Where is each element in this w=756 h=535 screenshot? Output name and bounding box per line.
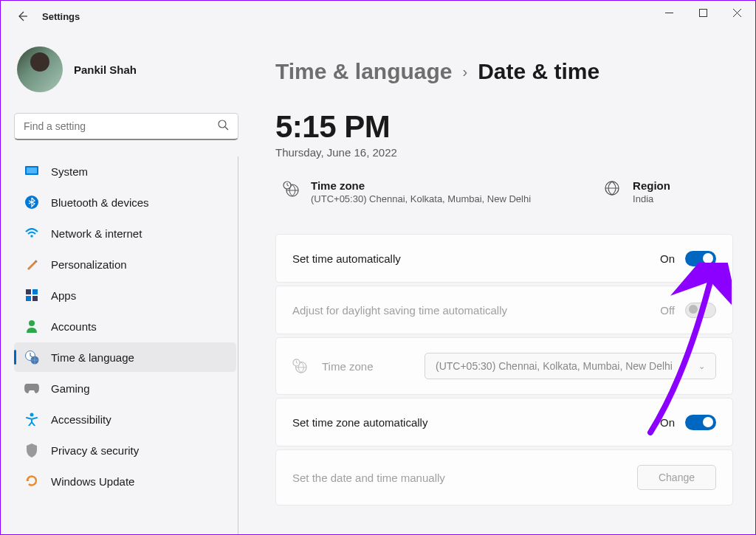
clock-lang-icon <box>24 350 39 365</box>
svg-rect-7 <box>32 289 38 294</box>
card-label: Set time automatically <box>292 252 401 265</box>
nav-item-gaming[interactable]: Gaming <box>14 373 236 403</box>
close-button[interactable] <box>720 1 754 24</box>
nav-item-accessibility[interactable]: Accessibility <box>14 404 236 434</box>
user-name: Pankil Shah <box>74 63 137 76</box>
current-date: Thursday, June 16, 2022 <box>275 146 733 159</box>
nav-label: Privacy & security <box>51 444 139 457</box>
card-set-tz-auto: Set time zone automatically On <box>275 398 733 446</box>
wifi-icon <box>24 226 39 241</box>
nav-item-bluetooth[interactable]: Bluetooth & devices <box>14 187 236 217</box>
nav-label: Gaming <box>51 382 90 395</box>
person-icon <box>24 319 39 334</box>
svg-point-5 <box>30 235 33 238</box>
nav-item-update[interactable]: Windows Update <box>14 466 236 496</box>
search-icon <box>218 120 229 133</box>
back-button[interactable] <box>16 10 29 23</box>
info-timezone: Time zone (UTC+05:30) Chennai, Kolkata, … <box>283 179 531 204</box>
toggle-state-label: On <box>660 252 675 265</box>
nav-label: Network & internet <box>51 227 142 240</box>
nav-item-system[interactable]: System <box>14 156 236 186</box>
avatar <box>17 46 63 92</box>
maximize-button[interactable] <box>686 1 720 24</box>
nav-label: Accessibility <box>51 413 111 426</box>
region-label: Region <box>633 179 670 192</box>
nav-list: System Bluetooth & devices Network & int… <box>14 156 238 534</box>
toggle-set-time-auto[interactable] <box>685 251 716 266</box>
nav-item-time-language[interactable]: Time & language <box>14 342 236 372</box>
toggle-set-tz-auto[interactable] <box>685 415 716 430</box>
search-input[interactable] <box>24 120 218 132</box>
chevron-right-icon: › <box>463 63 468 80</box>
toggle-dst-auto <box>685 303 716 318</box>
shield-icon <box>24 443 39 458</box>
main-content: Time & language › Date & time 5:15 PM Th… <box>252 43 755 534</box>
brush-icon <box>24 257 39 272</box>
globe-icon <box>605 181 621 197</box>
nav-item-network[interactable]: Network & internet <box>14 218 236 248</box>
nav-item-accounts[interactable]: Accounts <box>14 311 236 341</box>
svg-rect-8 <box>26 296 31 301</box>
system-icon <box>24 164 39 179</box>
nav-item-privacy[interactable]: Privacy & security <box>14 435 236 465</box>
nav-item-apps[interactable]: Apps <box>14 280 236 310</box>
gamepad-icon <box>24 381 39 396</box>
svg-rect-0 <box>699 9 707 16</box>
nav-label: Bluetooth & devices <box>51 196 149 209</box>
window-titlebar: Settings <box>1 1 755 24</box>
nav-label: Windows Update <box>51 475 134 488</box>
nav-item-personalization[interactable]: Personalization <box>14 249 236 279</box>
change-button: Change <box>637 465 716 490</box>
card-set-time-auto: Set time automatically On <box>275 234 733 283</box>
svg-point-13 <box>30 413 34 417</box>
svg-point-1 <box>219 120 226 128</box>
breadcrumb-current: Date & time <box>478 59 599 84</box>
card-label: Time zone <box>322 360 373 373</box>
info-row: Time zone (UTC+05:30) Chennai, Kolkata, … <box>275 179 733 204</box>
toggle-state-label: Off <box>660 304 675 317</box>
card-dst-auto: Adjust for daylight saving time automati… <box>275 286 733 334</box>
timezone-value: (UTC+05:30) Chennai, Kolkata, Mumbai, Ne… <box>311 193 531 204</box>
user-profile[interactable]: Pankil Shah <box>14 43 238 113</box>
card-label: Set time zone automatically <box>292 416 427 429</box>
svg-point-10 <box>29 320 35 326</box>
card-label: Set the date and time manually <box>292 472 445 484</box>
globe-clock-icon <box>292 359 307 373</box>
update-icon <box>24 474 39 489</box>
minimize-button[interactable] <box>652 1 686 24</box>
search-box[interactable] <box>14 113 238 140</box>
card-timezone-select: Time zone (UTC+05:30) Chennai, Kolkata, … <box>275 337 733 395</box>
globe-clock-icon <box>283 181 299 197</box>
accessibility-icon <box>24 412 39 427</box>
chevron-down-icon: ⌄ <box>698 362 705 371</box>
timezone-label: Time zone <box>311 179 531 192</box>
info-region: Region India <box>605 179 670 204</box>
svg-rect-6 <box>26 289 31 294</box>
sidebar: Pankil Shah System Bluetooth & devices N… <box>1 43 252 534</box>
breadcrumb: Time & language › Date & time <box>275 59 733 84</box>
bluetooth-icon <box>24 195 39 210</box>
region-value: India <box>633 193 670 204</box>
nav-label: Time & language <box>51 351 134 364</box>
dropdown-value: (UTC+05:30) Chennai, Kolkata, Mumbai, Ne… <box>436 360 673 372</box>
window-title: Settings <box>42 11 80 22</box>
nav-label: System <box>51 165 88 178</box>
breadcrumb-parent[interactable]: Time & language <box>275 59 453 84</box>
card-label: Adjust for daylight saving time automati… <box>292 304 507 317</box>
toggle-state-label: On <box>660 416 675 429</box>
current-time: 5:15 PM <box>275 109 733 145</box>
timezone-dropdown: (UTC+05:30) Chennai, Kolkata, Mumbai, Ne… <box>425 353 716 379</box>
apps-icon <box>24 288 39 303</box>
nav-label: Accounts <box>51 320 97 333</box>
svg-rect-3 <box>27 168 37 173</box>
nav-label: Apps <box>51 289 76 302</box>
nav-label: Personalization <box>51 258 127 271</box>
settings-cards: Set time automatically On Adjust for day… <box>275 234 733 505</box>
svg-rect-9 <box>32 296 38 301</box>
card-set-manual: Set the date and time manually Change <box>275 449 733 505</box>
